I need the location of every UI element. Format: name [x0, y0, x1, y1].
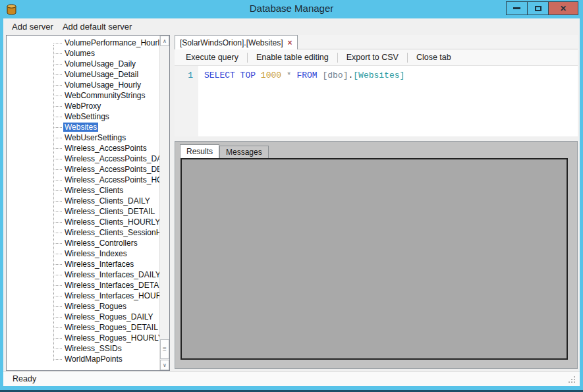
tree-item-label[interactable]: Wireless_Rogues_HOURLY: [63, 333, 159, 343]
tree-item-label[interactable]: Wireless_Interfaces: [63, 260, 135, 269]
tab-close-icon[interactable]: ×: [288, 38, 292, 47]
tree-item-label[interactable]: Wireless_Rogues_DETAIL: [63, 323, 159, 332]
app-body: Add serverAdd default server VolumePerfo…: [3, 18, 580, 386]
tree-item[interactable]: VolumePerformance_Hourly: [7, 38, 159, 48]
tree-scrollbar[interactable]: ∧ ≡ ∨: [159, 36, 169, 370]
scrollbar-thumb[interactable]: ≡: [160, 339, 169, 359]
tree-item[interactable]: Wireless_Clients_DAILY: [7, 196, 159, 206]
sql-token-keyword: FROM: [296, 70, 322, 80]
tree-item[interactable]: Wireless_Indexes: [7, 248, 159, 259]
tree-item[interactable]: Wireless_AccessPoints: [7, 143, 159, 154]
query-toolbar: Execute queryEnable table editingExport …: [175, 49, 578, 66]
tree-item-label[interactable]: Wireless_Clients: [63, 186, 125, 195]
tree-item-label[interactable]: Wireless_Clients_DETAIL: [63, 207, 156, 216]
line-number: 1: [188, 70, 193, 80]
tree-item[interactable]: WorldMapPoints: [7, 354, 159, 364]
tree-item-label[interactable]: VolumeUsage_Daily: [63, 59, 137, 69]
tree-item[interactable]: VolumeUsage_Detail: [7, 69, 159, 80]
query-panel: [SolarWindsOrion].[Websites] × Execute q…: [175, 35, 578, 371]
tree-item-label[interactable]: Wireless_Controllers: [63, 238, 139, 248]
results-tab-results[interactable]: Results: [180, 144, 219, 158]
maximize-button[interactable]: [527, 1, 549, 15]
close-button[interactable]: ✕: [548, 1, 578, 15]
tree-item-label[interactable]: WebUserSettings: [63, 133, 127, 142]
titlebar: Database Manager ✕: [0, 0, 583, 18]
tree-item[interactable]: Wireless_Interfaces_DETAIL: [7, 280, 159, 291]
tree-item[interactable]: Wireless_Rogues_HOURLY: [7, 333, 159, 343]
results-panel: ResultsMessages: [175, 141, 578, 369]
tree-item[interactable]: VolumeUsage_Hourly: [7, 80, 159, 90]
panel-splitter[interactable]: [170, 35, 175, 371]
tree-item[interactable]: Wireless_Clients_DETAIL: [7, 206, 159, 217]
tree-connector-icon: [53, 85, 62, 86]
tree-item-label[interactable]: Websites: [63, 123, 98, 132]
tree-item[interactable]: Wireless_Interfaces_HOURLY: [7, 291, 159, 301]
tree-item[interactable]: WebSettings: [7, 111, 159, 122]
tree-item[interactable]: Wireless_AccessPoints_DETAIL: [7, 164, 159, 175]
tree-item-label[interactable]: WebCommunityStrings: [63, 91, 146, 100]
minimize-icon: [513, 7, 520, 9]
tree-item-label[interactable]: Wireless_Rogues: [63, 302, 128, 311]
tree-connector-icon: [53, 106, 62, 107]
tree-item[interactable]: Wireless_Rogues_DETAIL: [7, 322, 159, 333]
scroll-up-icon[interactable]: ∧: [160, 36, 169, 46]
tree-item[interactable]: WebCommunityStrings: [7, 90, 159, 101]
tree-item[interactable]: Wireless_Rogues_DAILY: [7, 312, 159, 322]
tree-item-label[interactable]: Volumes: [63, 49, 96, 58]
tree-item[interactable]: Wireless_AccessPoints_DAILY: [7, 154, 159, 164]
export-to-csv-button[interactable]: Export to CSV: [339, 53, 406, 62]
tree-item-label[interactable]: WebProxy: [63, 101, 102, 111]
tree-item[interactable]: Wireless_AccessPoints_HOURLY: [7, 175, 159, 185]
tree-item[interactable]: Volumes: [7, 48, 159, 59]
tree-item-label[interactable]: Wireless_Interfaces_DAILY: [63, 270, 159, 279]
execute-query-button[interactable]: Execute query: [179, 53, 246, 62]
tree-item-label[interactable]: Wireless_Clients_SessionHistory: [63, 228, 159, 237]
tree-item-label[interactable]: Wireless_AccessPoints: [63, 144, 148, 153]
tree-item-label[interactable]: VolumeUsage_Hourly: [63, 80, 142, 90]
tree-connector-icon: [53, 159, 62, 159]
tree-item-label[interactable]: Wireless_Interfaces_DETAIL: [63, 281, 159, 290]
sql-code-area[interactable]: SELECT TOP 1000 * FROM [dbo].[Websites]: [198, 66, 578, 136]
results-tab-messages[interactable]: Messages: [219, 146, 269, 158]
results-tabstrip: ResultsMessages: [180, 144, 577, 158]
toolbar-separator: [337, 53, 338, 63]
tree-item-label[interactable]: Wireless_Clients_HOURLY: [63, 217, 159, 227]
tree-item[interactable]: Websites: [7, 122, 159, 132]
resize-grip-icon[interactable]: [574, 381, 575, 383]
tree-item[interactable]: Wireless_Clients_SessionHistory: [7, 227, 159, 238]
tab-solarwindsorion-websites[interactable]: [SolarWindsOrion].[Websites] ×: [175, 35, 298, 49]
scroll-down-icon[interactable]: ∨: [160, 360, 169, 370]
enable-table-editing-button[interactable]: Enable table editing: [249, 53, 336, 62]
menu-item-add-server[interactable]: Add server: [7, 20, 58, 34]
tree-item-label[interactable]: Wireless_SSIDs: [63, 344, 123, 353]
tree-item[interactable]: VolumeUsage_Daily: [7, 59, 159, 69]
tree-item[interactable]: Wireless_Clients: [7, 185, 159, 196]
tree-item-label[interactable]: Wireless_Indexes: [63, 249, 128, 258]
tree-item[interactable]: Wireless_Rogues: [7, 301, 159, 312]
tree-item-label[interactable]: Wireless_Interfaces_HOURLY: [63, 291, 159, 300]
tree-connector-icon: [53, 190, 62, 191]
close-tab-button[interactable]: Close tab: [409, 53, 458, 62]
tree-item-label[interactable]: Wireless_Rogues_DAILY: [63, 312, 155, 322]
tree-item[interactable]: Wireless_SSIDs: [7, 343, 159, 354]
tree-item-label[interactable]: Wireless_Clients_DAILY: [63, 196, 152, 206]
menu-item-add-default-server[interactable]: Add default server: [58, 20, 137, 34]
tree-item-label[interactable]: Wireless_AccessPoints_DAILY: [63, 154, 159, 163]
sql-token-schema: [dbo]: [322, 70, 348, 80]
tree-item[interactable]: Wireless_Interfaces: [7, 259, 159, 269]
status-text: Ready: [13, 374, 36, 383]
tree-item[interactable]: Wireless_Interfaces_DAILY: [7, 269, 159, 280]
tree-item[interactable]: Wireless_Controllers: [7, 238, 159, 248]
tree-item-label[interactable]: WorldMapPoints: [63, 354, 124, 364]
tree-item[interactable]: WebProxy: [7, 101, 159, 111]
tree-item-label[interactable]: Wireless_AccessPoints_DETAIL: [63, 165, 159, 174]
editor-results-splitter[interactable]: [175, 136, 578, 141]
tree-item[interactable]: Wireless_Clients_HOURLY: [7, 217, 159, 227]
tree-item-label[interactable]: Wireless_AccessPoints_HOURLY: [63, 175, 159, 184]
tree-item[interactable]: WebUserSettings: [7, 132, 159, 143]
scrollbar-track[interactable]: ≡: [160, 46, 169, 360]
tree-item-label[interactable]: WebSettings: [63, 112, 111, 121]
tree-item-label[interactable]: VolumePerformance_Hourly: [63, 38, 159, 47]
tree-item-label[interactable]: VolumeUsage_Detail: [63, 70, 140, 79]
minimize-button[interactable]: [506, 1, 528, 15]
